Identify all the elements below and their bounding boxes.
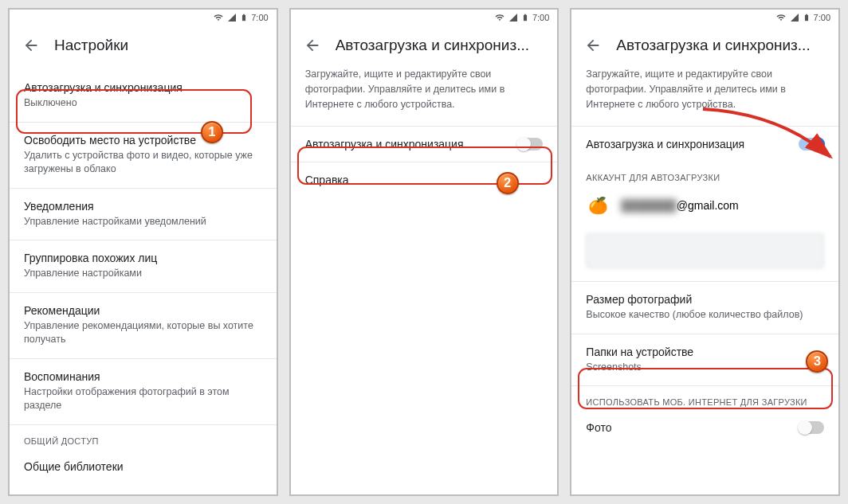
signal-icon <box>790 13 799 22</box>
item-label: Рекомендации <box>24 304 262 317</box>
section-header-mobile: ИСПОЛЬЗОВАТЬ МОБ. ИНТЕРНЕТ ДЛЯ ЗАГРУЗКИ <box>571 385 838 410</box>
item-label: Общие библиотеки <box>24 460 262 473</box>
item-shared-libraries[interactable]: Общие библиотеки <box>10 449 277 484</box>
account-email: ███████@gmail.com <box>621 199 738 212</box>
screen-backup-on: 7:00 Автозагрузка и синхрониз... Загружа… <box>570 8 840 496</box>
item-sub: Управление рекомендациями, которые вы хо… <box>24 319 262 347</box>
status-time: 7:00 <box>814 13 830 22</box>
header: Автозагрузка и синхрониз... <box>571 25 838 67</box>
toggle-label: Фото <box>586 421 611 434</box>
item-label: Группировка похожих лиц <box>24 252 262 264</box>
toggle-knob <box>516 137 531 151</box>
item-sub: Управление настройками уведомлений <box>24 215 262 229</box>
page-title: Автозагрузка и синхрониз... <box>616 37 810 54</box>
status-bar: 7:00 <box>571 10 838 25</box>
item-sub: Screenshots <box>586 361 824 375</box>
battery-icon <box>240 12 248 23</box>
item-sub: Удалить с устройства фото и видео, котор… <box>24 149 262 177</box>
signal-icon <box>508 13 518 22</box>
toggle-label: Автозагрузка и синхронизация <box>586 138 744 150</box>
badge-1: 1 <box>201 121 223 143</box>
item-face-grouping[interactable]: Группировка похожих лиц Управление настр… <box>10 240 277 292</box>
toggle-switch-on[interactable] <box>799 138 824 150</box>
arrow-left-icon <box>304 37 321 54</box>
item-device-folders[interactable]: Папки на устройстве Screenshots <box>571 334 838 386</box>
toggle-row-backup[interactable]: Автозагрузка и синхронизация <box>291 126 558 162</box>
toggle-knob <box>798 420 812 435</box>
page-description: Загружайте, ищите и редактируйте свои фо… <box>291 67 558 126</box>
wifi-icon <box>213 13 224 22</box>
toggle-row-backup[interactable]: Автозагрузка и синхронизация <box>571 126 838 162</box>
badge-2: 2 <box>497 172 519 194</box>
item-notifications[interactable]: Уведомления Управление настройками уведо… <box>10 188 277 240</box>
item-label: Воспоминания <box>24 370 262 383</box>
item-label: Размер фотографий <box>586 293 824 306</box>
item-sub: Управление настройками <box>24 267 262 281</box>
arrow-left-icon <box>22 37 40 54</box>
toggle-row-photo-mobile[interactable]: Фото <box>571 410 838 445</box>
wifi-icon <box>494 13 505 22</box>
status-bar: 7:00 <box>291 10 558 25</box>
page-title: Автозагрузка и синхрониз... <box>336 37 529 54</box>
item-memories[interactable]: Воспоминания Настройки отображения фотог… <box>10 358 277 424</box>
screen-settings: 7:00 Настройки Автозагрузка и синхрониза… <box>8 8 278 496</box>
wifi-icon <box>775 13 787 22</box>
item-label: Папки на устройстве <box>586 346 824 358</box>
item-photo-size[interactable]: Размер фотографий Высокое качество (любо… <box>571 281 838 334</box>
email-hidden: ███████ <box>621 199 676 212</box>
item-label: Уведомления <box>24 200 262 213</box>
item-backup-sync[interactable]: Автозагрузка и синхронизация Выключено <box>10 67 277 122</box>
signal-icon <box>227 13 237 22</box>
page-title: Настройки <box>54 37 128 54</box>
account-row[interactable]: 🍊 ███████@gmail.com <box>571 186 838 225</box>
item-label: Освободить место на устройстве <box>24 134 262 147</box>
status-time: 7:00 <box>532 13 549 22</box>
toggle-switch-off[interactable] <box>799 421 824 434</box>
battery-icon <box>521 12 529 23</box>
page-description: Загружайте, ищите и редактируйте свои фо… <box>571 67 838 126</box>
item-sub: Высокое качество (любое количество файло… <box>586 308 824 322</box>
item-label: Автозагрузка и синхронизация <box>24 81 262 94</box>
back-button[interactable] <box>304 37 321 54</box>
email-domain: @gmail.com <box>677 199 739 212</box>
header: Настройки <box>10 25 277 67</box>
status-time: 7:00 <box>251 13 268 22</box>
toggle-label: Автозагрузка и синхронизация <box>305 138 464 150</box>
toggle-switch-off[interactable] <box>517 138 543 150</box>
arrow-left-icon <box>584 37 602 54</box>
header: Автозагрузка и синхрониз... <box>291 25 558 67</box>
screen-backup-off: 7:00 Автозагрузка и синхрониз... Загружа… <box>289 8 559 496</box>
item-sub: Настройки отображения фотографий в этом … <box>24 385 262 413</box>
status-bar: 7:00 <box>10 10 277 25</box>
battery-icon <box>803 12 811 23</box>
hidden-button[interactable] <box>586 233 824 268</box>
back-button[interactable] <box>22 37 40 54</box>
toggle-knob <box>811 137 825 151</box>
section-header-sharing: ОБЩИЙ ДОСТУП <box>10 424 277 449</box>
item-sub: Выключено <box>24 96 262 111</box>
item-free-space[interactable]: Освободить место на устройстве Удалить с… <box>10 122 277 188</box>
item-suggestions[interactable]: Рекомендации Управление рекомендациями, … <box>10 292 277 358</box>
back-button[interactable] <box>584 37 602 54</box>
avatar: 🍊 <box>586 193 610 217</box>
section-header-account: АККАУНТ ДЛЯ АВТОЗАГРУЗКИ <box>571 162 838 186</box>
